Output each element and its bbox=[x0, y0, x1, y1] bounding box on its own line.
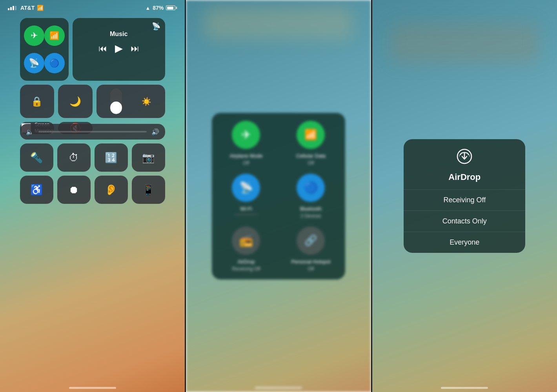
exp-bluetooth-sublabel: 2 Devices bbox=[300, 213, 321, 219]
exp-cellular-icon-circle: 📶 bbox=[297, 121, 325, 149]
screen-record-icon: ⏺ bbox=[69, 184, 79, 196]
battery-tip bbox=[176, 7, 177, 9]
battery-body bbox=[166, 5, 175, 10]
calculator-button[interactable]: 🔢 bbox=[95, 143, 128, 172]
airplane-mode-button[interactable]: ✈ bbox=[24, 25, 44, 46]
exp-airdrop-icon-circle: 📻 bbox=[232, 227, 260, 255]
bluetooth-button[interactable]: 🔵 bbox=[44, 53, 65, 73]
brightness-control[interactable]: ☀️ bbox=[96, 85, 165, 118]
blur-overlay-top bbox=[204, 8, 352, 39]
accessibility-icon: ♿ bbox=[30, 184, 43, 196]
airdrop-title: AirDrop bbox=[448, 172, 481, 182]
signal-bar-2 bbox=[10, 7, 12, 10]
moon-icon: 🌙 bbox=[69, 96, 81, 107]
panel-3: AirDrop Receiving Off Contacts Only Ever… bbox=[372, 0, 557, 392]
cc-icon-row-1: 🔦 ⏱ 🔢 📷 bbox=[20, 143, 165, 172]
timer-icon: ⏱ bbox=[69, 152, 79, 164]
exp-wifi-icon-circle: 📡 bbox=[232, 174, 260, 202]
battery-percent: 87% bbox=[153, 5, 164, 11]
exp-airplane-icon: ✈ bbox=[241, 128, 251, 142]
panel-divider-2 bbox=[371, 0, 372, 392]
airplane-icon: ✈ bbox=[31, 31, 38, 41]
wifi-status-icon: 📶 bbox=[37, 5, 44, 11]
fast-forward-button[interactable]: ⏭ bbox=[131, 44, 139, 54]
airdrop-options: Receiving Off Contacts Only Everyone bbox=[404, 189, 525, 253]
status-left: AT&T 📶 bbox=[8, 5, 44, 11]
play-button[interactable]: ▶ bbox=[115, 42, 123, 54]
remote-button[interactable]: 📱 bbox=[132, 176, 165, 204]
screen-lock-button[interactable]: 🔒 bbox=[20, 85, 55, 118]
exp-airplane-item[interactable]: ✈ Airplane Mode Off bbox=[220, 121, 273, 166]
exp-bluetooth-label: Bluetooth bbox=[300, 206, 322, 212]
brightness-icon: ☀️ bbox=[142, 97, 151, 106]
panel-2: ✈ Airplane Mode Off 📶 Cellular Data Off … bbox=[186, 0, 371, 392]
timer-button[interactable]: ⏱ bbox=[57, 143, 91, 172]
panel-1: AT&T 📶 ▲ 87% ✈ 📶 bbox=[0, 0, 185, 392]
remote-icon: 📱 bbox=[142, 184, 155, 196]
exp-cellular-item[interactable]: 📶 Cellular Data Off bbox=[284, 121, 337, 166]
signal-bars bbox=[8, 6, 16, 10]
brightness-fill bbox=[110, 102, 122, 114]
camera-button[interactable]: 📷 bbox=[132, 143, 165, 172]
exp-bluetooth-icon: 🔵 bbox=[304, 181, 318, 194]
airdrop-svg-icon bbox=[457, 149, 472, 164]
exp-airplane-label: Airplane Mode bbox=[230, 153, 263, 159]
airdrop-receiving-off-label: Receiving Off bbox=[443, 196, 486, 204]
airdrop-option-contacts-only[interactable]: Contacts Only bbox=[404, 211, 525, 232]
cellular-icon: 📶 bbox=[49, 31, 59, 40]
exp-bluetooth-item[interactable]: 🔵 Bluetooth 2 Devices bbox=[284, 174, 337, 219]
exp-airplane-sublabel: Off bbox=[243, 160, 249, 166]
music-title: Music bbox=[78, 31, 159, 38]
camera-icon: 📷 bbox=[142, 152, 155, 164]
wifi-icon: 📡 bbox=[29, 58, 39, 68]
screen-record-button[interactable]: ⏺ bbox=[57, 176, 91, 204]
cc-connectivity: ✈ 📶 📡 🔵 bbox=[20, 18, 69, 81]
airdrop-main-icon bbox=[457, 149, 472, 167]
airdrop-option-everyone[interactable]: Everyone bbox=[404, 232, 525, 253]
cc-middle-row: 🔒 🌙 ☀️ ⬜ ScreenMirroring 🔇 bbox=[20, 85, 165, 120]
airdrop-contacts-only-label: Contacts Only bbox=[442, 217, 487, 225]
signal-bar-3 bbox=[13, 6, 14, 10]
rewind-button[interactable]: ⏮ bbox=[98, 44, 107, 54]
accessibility-button[interactable]: ♿ bbox=[20, 176, 53, 204]
control-center: ✈ 📶 📡 🔵 📡 Music ⏮ ▶ ⏭ bbox=[16, 14, 169, 208]
do-not-disturb-button[interactable]: 🌙 bbox=[58, 85, 93, 118]
calculator-icon: 🔢 bbox=[105, 152, 117, 164]
signal-bar-4 bbox=[15, 6, 16, 10]
signal-bar-1 bbox=[8, 8, 9, 10]
exp-wifi-label: Wi-Fi bbox=[240, 206, 252, 212]
status-right: ▲ 87% bbox=[145, 5, 177, 11]
panel-3-wrapper: AirDrop Receiving Off Contacts Only Ever… bbox=[372, 0, 557, 392]
home-indicator-3 bbox=[441, 387, 488, 389]
panel-divider-1 bbox=[185, 0, 186, 392]
carrier-label: AT&T bbox=[20, 5, 35, 11]
volume-high-icon: 🔊 bbox=[151, 128, 159, 136]
wifi-button[interactable]: 📡 bbox=[24, 53, 44, 73]
brightness-slider[interactable] bbox=[110, 89, 122, 114]
exp-hotspot-icon-circle: 🔗 bbox=[297, 227, 325, 255]
cellular-data-button[interactable]: 📶 bbox=[44, 25, 65, 46]
flashlight-button[interactable]: 🔦 bbox=[20, 143, 53, 172]
exp-wifi-item[interactable]: 📡 Wi-Fi bbox=[220, 174, 273, 219]
cc-music-widget: 📡 Music ⏮ ▶ ⏭ bbox=[73, 18, 165, 81]
music-controls: ⏮ ▶ ⏭ bbox=[78, 42, 159, 54]
exp-airdrop-label: AirDrop bbox=[237, 259, 255, 265]
airplay-icon[interactable]: 📡 bbox=[152, 22, 160, 31]
airdrop-menu: AirDrop Receiving Off Contacts Only Ever… bbox=[404, 139, 525, 253]
airdrop-header: AirDrop bbox=[404, 139, 525, 189]
hearing-button[interactable]: 👂 bbox=[95, 176, 128, 204]
exp-cellular-icon: 📶 bbox=[304, 129, 317, 141]
panel-2-wrapper: ✈ Airplane Mode Off 📶 Cellular Data Off … bbox=[186, 0, 371, 392]
exp-cellular-label: Cellular Data bbox=[296, 153, 326, 159]
airdrop-option-receiving-off[interactable]: Receiving Off bbox=[404, 189, 525, 211]
volume-bar[interactable]: 🔈 🔊 bbox=[20, 124, 165, 140]
exp-hotspot-item[interactable]: 🔗 Personal Hotspot Off bbox=[284, 227, 337, 272]
status-bar: AT&T 📶 ▲ 87% bbox=[0, 0, 185, 14]
exp-wifi-bar bbox=[234, 214, 258, 215]
exp-airdrop-sublabel: Receiving Off bbox=[232, 266, 260, 272]
home-indicator bbox=[69, 387, 116, 389]
exp-bluetooth-icon-circle: 🔵 bbox=[297, 174, 325, 202]
airdrop-everyone-label: Everyone bbox=[450, 238, 479, 246]
expanded-panel: ✈ Airplane Mode Off 📶 Cellular Data Off … bbox=[212, 113, 345, 279]
exp-airdrop-item[interactable]: 📻 AirDrop Receiving Off bbox=[220, 227, 273, 272]
